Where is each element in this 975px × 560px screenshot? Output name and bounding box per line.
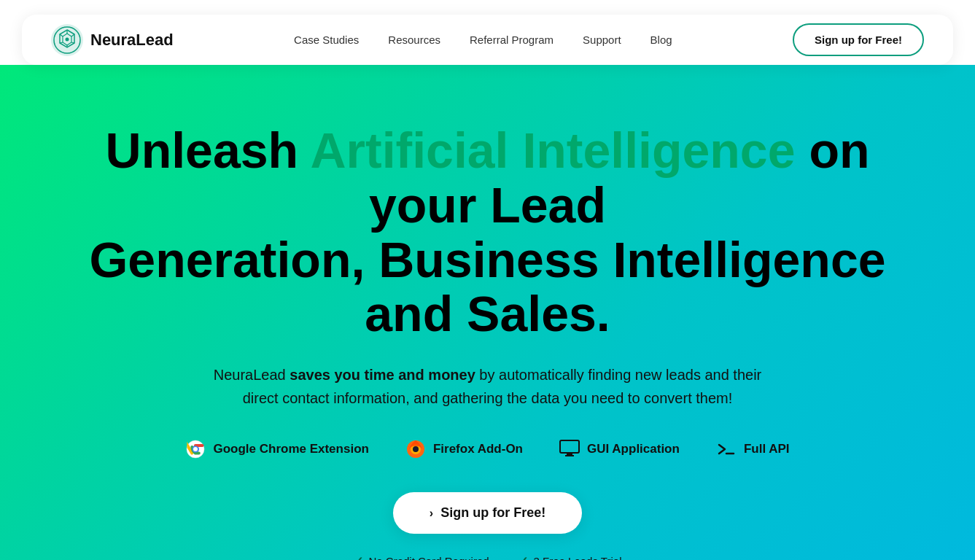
logo-text: NeuraLead	[90, 31, 174, 50]
feature-firefox-label: Firefox Add-On	[433, 442, 523, 456]
hero-cta-button[interactable]: › Sign up for Free!	[393, 492, 582, 534]
trust-label-2: 3 Free Leads Trial	[534, 555, 622, 560]
monitor-icon	[559, 439, 580, 459]
nav-resources[interactable]: Resources	[388, 34, 440, 46]
hero-section: Unleash Artificial Intelligence on your …	[0, 65, 975, 560]
hero-subtitle: NeuraLead saves you time and money by au…	[203, 363, 772, 410]
trust-free-leads: ✓ 3 Free Leads Trial	[518, 554, 622, 560]
svg-rect-18	[560, 440, 579, 453]
hero-subtitle-bold: saves you time and money	[290, 367, 475, 383]
navbar: NeuraLead Case Studies Resources Referra…	[22, 15, 953, 65]
cta-label: Sign up for Free!	[440, 505, 545, 521]
hero-subtitle-start: NeuraLead	[214, 367, 290, 383]
checkmark-icon-2: ✓	[518, 554, 528, 560]
nav-referral[interactable]: Referral Program	[470, 34, 553, 46]
google-icon	[185, 439, 206, 459]
feature-api-label: Full API	[744, 442, 790, 456]
feature-api: Full API	[716, 439, 790, 459]
feature-gui: GUI Application	[559, 439, 680, 459]
hero-title-highlight: Artificial Intelligence	[310, 122, 795, 178]
nav-support[interactable]: Support	[583, 34, 621, 46]
hero-title: Unleash Artificial Intelligence on your …	[87, 123, 889, 341]
cta-chevron: ›	[430, 507, 433, 520]
firefox-icon	[405, 439, 426, 459]
feature-firefox: Firefox Add-On	[405, 439, 523, 459]
features-row: Google Chrome Extension Firefox Add-On	[185, 439, 789, 459]
feature-chrome-label: Google Chrome Extension	[213, 442, 368, 456]
hero-title-part1: Unleash	[106, 122, 311, 178]
nav-case-studies[interactable]: Case Studies	[294, 34, 359, 46]
feature-chrome: Google Chrome Extension	[185, 439, 368, 459]
svg-point-4	[66, 37, 69, 41]
nav-blog[interactable]: Blog	[650, 34, 672, 46]
logo-icon	[51, 24, 83, 56]
trust-row: ✓ No Credit Card Required ✓ 3 Free Leads…	[354, 554, 622, 560]
trust-no-credit-card: ✓ No Credit Card Required	[354, 554, 489, 560]
terminal-icon	[716, 439, 737, 459]
logo[interactable]: NeuraLead	[51, 24, 174, 56]
checkmark-icon-1: ✓	[354, 554, 363, 560]
svg-point-14	[193, 447, 198, 451]
trust-label-1: No Credit Card Required	[369, 555, 489, 560]
feature-gui-label: GUI Application	[587, 442, 680, 456]
nav-links: Case Studies Resources Referral Program …	[294, 34, 672, 47]
svg-point-17	[413, 446, 419, 452]
nav-signup-button[interactable]: Sign up for Free!	[793, 23, 924, 56]
